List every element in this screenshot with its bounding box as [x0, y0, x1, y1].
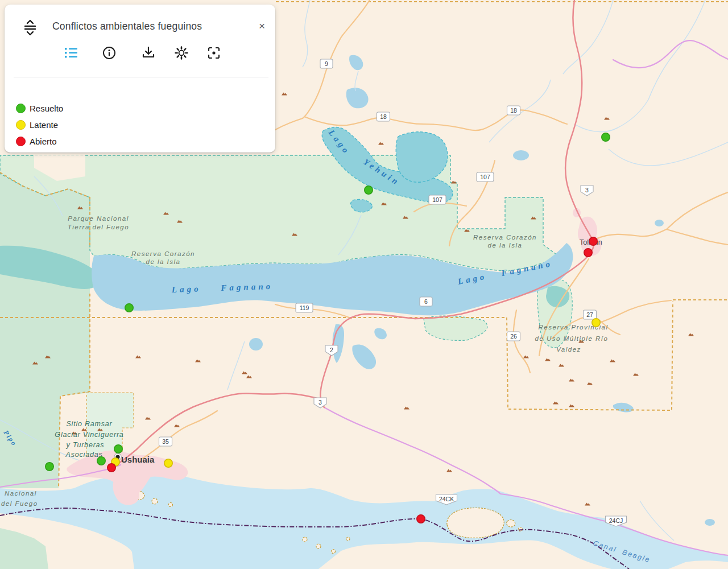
area-label: Glaciar Vinciguerra: [55, 431, 123, 439]
area-label: de Uso Múltiple Río: [535, 335, 609, 342]
conflict-marker-abierto[interactable]: [589, 237, 597, 245]
area-label: Asociadas: [65, 451, 103, 459]
area-label: de la Isla: [146, 258, 180, 265]
legend-panel: Conflictos ambientales fueguinos ×: [5, 5, 275, 152]
legend-label: Resuelto: [30, 104, 63, 113]
svg-text:18: 18: [380, 113, 387, 120]
svg-text:107: 107: [432, 196, 442, 203]
route-shield-27: 27: [584, 310, 597, 319]
area-label: y Turberas: [66, 441, 105, 449]
area-label: Tierra del Fuego: [68, 224, 129, 230]
conflict-marker-resuelto[interactable]: [125, 304, 133, 312]
area-label: de la Isla: [487, 242, 522, 249]
route-shield-119: 119: [296, 303, 313, 312]
route-shield-9: 9: [320, 59, 333, 68]
panel-title: Conflictos ambientales fueguinos: [52, 20, 202, 32]
svg-text:107: 107: [480, 174, 490, 180]
conflict-marker-resuelto[interactable]: [602, 133, 610, 141]
conflict-marker-resuelto[interactable]: [365, 186, 373, 194]
conflict-marker-resuelto[interactable]: [97, 457, 105, 465]
legend-item-abierto[interactable]: Abierto: [16, 133, 63, 150]
conflict-marker-resuelto[interactable]: [114, 445, 122, 453]
conflict-marker-abierto[interactable]: [107, 464, 115, 472]
svg-text:2: 2: [330, 347, 333, 353]
area-label: Parque Nacional: [68, 215, 129, 222]
svg-text:6: 6: [424, 298, 428, 305]
area-label: Reserva Corazón: [473, 234, 537, 241]
download-icon[interactable]: [141, 46, 156, 60]
svg-text:9: 9: [325, 60, 328, 67]
svg-text:35: 35: [162, 438, 169, 445]
settings-gear-icon[interactable]: [174, 46, 189, 60]
route-shield-107: 107: [477, 172, 494, 182]
conflict-marker-abierto[interactable]: [417, 515, 425, 523]
area-label: del Fuego: [1, 500, 38, 507]
legend-dot-latente: [16, 120, 26, 130]
legend: Resuelto Latente Abierto: [16, 100, 63, 150]
route-shield-26: 26: [507, 332, 520, 341]
route-shield-18: 18: [377, 112, 390, 121]
route-shield-18: 18: [507, 106, 520, 115]
close-icon[interactable]: ×: [259, 20, 265, 31]
conflict-marker-latente[interactable]: [592, 319, 600, 327]
panel-toolbar: [5, 46, 275, 67]
svg-text:3: 3: [585, 187, 589, 193]
area-label: Reserva Corazón: [131, 250, 195, 257]
svg-text:26: 26: [510, 333, 517, 340]
svg-text:24CJ: 24CJ: [609, 517, 623, 524]
legend-dot-abierto: [16, 137, 26, 146]
legend-dot-resuelto: [16, 104, 26, 113]
svg-text:27: 27: [586, 311, 593, 318]
conflict-marker-abierto[interactable]: [584, 249, 592, 257]
city-label: Ushuaia: [121, 455, 155, 464]
panel-divider: [14, 77, 268, 77]
legend-label: Latente: [30, 120, 58, 130]
legend-label: Abierto: [30, 137, 57, 146]
conflict-marker-latente[interactable]: [164, 459, 172, 467]
area-label: Valdez: [556, 346, 581, 353]
area-label: Sitio Ramsar: [66, 420, 112, 428]
legend-list-icon[interactable]: [64, 46, 78, 60]
svg-text:24CK: 24CK: [439, 496, 454, 502]
info-icon[interactable]: [102, 46, 117, 60]
legend-item-resuelto[interactable]: Resuelto: [16, 100, 63, 117]
center-map-icon[interactable]: [206, 46, 221, 60]
conflict-marker-resuelto[interactable]: [46, 463, 53, 471]
map-application: Parque NacionalTierra del FuegoReserva C…: [0, 0, 728, 569]
route-shield-35: 35: [159, 437, 172, 446]
svg-text:18: 18: [510, 107, 517, 114]
route-shield-107: 107: [429, 195, 446, 204]
svg-text:3: 3: [318, 399, 322, 406]
panel-header: Conflictos ambientales fueguinos ×: [5, 5, 275, 39]
svg-text:119: 119: [300, 304, 309, 311]
route-shield-6: 6: [420, 297, 432, 306]
drag-handle-icon[interactable]: [23, 18, 38, 38]
legend-item-latente[interactable]: Latente: [16, 117, 63, 133]
area-label: Nacional: [5, 490, 37, 497]
